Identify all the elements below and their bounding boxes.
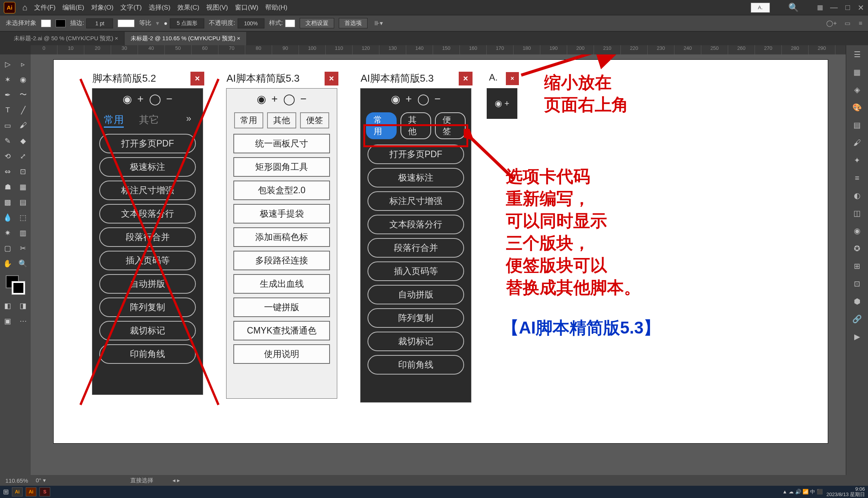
doc-setup-button[interactable]: 文档设置: [300, 18, 334, 28]
panel-collapse-icon[interactable]: ▭: [845, 20, 850, 27]
radio-unselected-icon[interactable]: ◯: [283, 93, 295, 105]
opacity-input[interactable]: [238, 18, 264, 28]
canvas[interactable]: 脚本精简版5.2 × ◉ + ◯ − 常用 其它 » 打开多页PDF极速标注标注…: [31, 54, 846, 475]
mini-panel-top-right[interactable]: A.: [751, 3, 770, 13]
artboard-tool-icon[interactable]: ▢: [0, 241, 15, 255]
tray-icons[interactable]: ▲ ☁ 🔊 📶 中 ⬛: [783, 488, 823, 495]
type-tool-icon[interactable]: T: [0, 103, 15, 117]
script-button-6[interactable]: 生成出血线: [233, 274, 330, 294]
menu-select[interactable]: 选择(S): [149, 3, 171, 12]
free-transform-icon[interactable]: ⊡: [15, 164, 31, 179]
script-button-1[interactable]: 矩形圆角工具: [233, 157, 330, 177]
fill-swatch[interactable]: [41, 20, 51, 27]
script-button-5[interactable]: 插入页码等: [368, 261, 464, 281]
rotate-view-icon[interactable]: 0° ▾: [36, 477, 46, 484]
brush-swatch[interactable]: [118, 20, 135, 27]
pen-tool-icon[interactable]: ✒: [0, 87, 15, 102]
gradient-tool-icon[interactable]: ▤: [15, 195, 31, 209]
menu-view[interactable]: 视图(V): [206, 3, 228, 12]
panel53light-tab-0[interactable]: 常用: [234, 112, 263, 128]
panel-menu-icon[interactable]: ≡: [859, 20, 862, 27]
lasso-icon[interactable]: ◉: [15, 72, 31, 87]
paintbrush-icon[interactable]: 🖌: [15, 118, 31, 133]
script-button-0[interactable]: 统一画板尺寸: [233, 134, 330, 153]
taskbar-app-2[interactable]: Ai: [26, 487, 36, 496]
script-button-9[interactable]: 使用说明: [233, 344, 330, 364]
home-icon[interactable]: ⌂: [22, 3, 27, 13]
mesh-tool-icon[interactable]: ▩: [0, 195, 15, 209]
stroke-swatch[interactable]: [56, 20, 66, 27]
script-button-4[interactable]: 段落行合并: [368, 238, 464, 258]
curvature-tool-icon[interactable]: 〜: [15, 87, 31, 102]
doc-tab-0[interactable]: 未标题-2.ai @ 50 % (CMYK/CPU 预览) ×: [8, 32, 125, 45]
transform-panel-icon[interactable]: ⊡: [851, 278, 863, 290]
menu-type[interactable]: 文字(T): [120, 3, 142, 12]
taskbar-app-1[interactable]: Ai: [12, 487, 23, 496]
scale-tool-icon[interactable]: ⤢: [15, 149, 31, 163]
zoom-level[interactable]: 110.65%: [5, 477, 28, 484]
minimize-icon[interactable]: —: [830, 3, 838, 12]
brush-shape-input[interactable]: [170, 18, 204, 28]
maximize-icon[interactable]: □: [845, 3, 850, 12]
pathfinder-icon[interactable]: ⬢: [851, 295, 863, 307]
menu-object[interactable]: 对象(O): [91, 3, 114, 12]
uniform-label[interactable]: 等比: [139, 19, 151, 27]
script-button-3[interactable]: 极速手提袋: [233, 204, 330, 224]
shaper-tool-icon[interactable]: ✎: [0, 133, 15, 148]
start-icon[interactable]: ⊞: [3, 488, 9, 496]
script-button-8[interactable]: 裁切标记: [368, 332, 464, 351]
script-button-7[interactable]: 一键拼版: [233, 297, 330, 317]
stroke-weight-input[interactable]: [86, 18, 113, 28]
script-button-2[interactable]: 标注尺寸增强: [368, 191, 464, 211]
radio-selected-icon[interactable]: ◉: [257, 93, 266, 105]
script-button-9[interactable]: 印前角线: [368, 355, 464, 375]
color-swatch[interactable]: [6, 275, 25, 294]
libraries-icon[interactable]: ▦: [851, 66, 863, 78]
panel53light-tab-1[interactable]: 其他: [267, 112, 296, 128]
taskbar-app-3[interactable]: S: [39, 487, 50, 496]
menu-window[interactable]: 窗口(W): [235, 3, 258, 12]
blend-tool-icon[interactable]: ⬚: [15, 210, 31, 225]
align-right-icon[interactable]: ◯+: [826, 20, 837, 27]
edit-toolbar-icon[interactable]: ⋯: [15, 314, 31, 328]
direct-select-tool-icon[interactable]: ▹: [15, 57, 31, 71]
color-panel-icon[interactable]: 🎨: [851, 101, 863, 113]
appearance-panel-icon[interactable]: ◉: [851, 225, 863, 237]
doc-tab-1[interactable]: 未标题-2 @ 110.65 % (CMYK/CPU 预览) ×: [125, 32, 247, 45]
slice-tool-icon[interactable]: ✂: [15, 241, 31, 255]
draw-mode-icon[interactable]: ◨: [15, 298, 31, 313]
screen-mode-icon[interactable]: ▣: [0, 314, 15, 328]
script-button-7[interactable]: 阵列复制: [368, 308, 464, 328]
mini-panel-collapsed[interactable]: A. × ◉ +: [487, 88, 517, 119]
graph-tool-icon[interactable]: ▥: [15, 225, 31, 240]
symbols-panel-icon[interactable]: ✦: [851, 154, 863, 166]
script-button-0[interactable]: 打开多页PDF: [368, 145, 464, 164]
links-panel-icon[interactable]: 🔗: [851, 313, 863, 325]
graphic-styles-icon[interactable]: ✪: [851, 242, 863, 255]
panel53dark-close-button[interactable]: ×: [459, 72, 473, 85]
radio-unselected-icon[interactable]: ◯: [417, 93, 429, 105]
align-icon[interactable]: ⊪▾: [374, 20, 383, 27]
layers-icon[interactable]: ◈: [851, 84, 863, 96]
menu-effect[interactable]: 效果(C): [177, 3, 200, 12]
line-tool-icon[interactable]: ╱: [15, 103, 31, 117]
menu-help[interactable]: 帮助(H): [265, 3, 287, 12]
script-button-6[interactable]: 自动拼版: [368, 285, 464, 304]
zoom-tool-icon[interactable]: 🔍: [15, 256, 31, 271]
script-button-4[interactable]: 添加画稿色标: [233, 227, 330, 247]
panel53light-close-button[interactable]: ×: [325, 72, 338, 85]
align-panel-icon[interactable]: ⊞: [851, 260, 863, 272]
eraser-icon[interactable]: ◆: [15, 133, 31, 148]
actions-panel-icon[interactable]: ▶: [851, 330, 863, 343]
properties-panel-icon[interactable]: ☰: [851, 48, 863, 61]
perspective-icon[interactable]: ▦: [15, 179, 31, 194]
transparency-panel-icon[interactable]: ◫: [851, 207, 863, 219]
eyedropper-icon[interactable]: 💧: [0, 210, 15, 225]
width-tool-icon[interactable]: ⇔: [0, 164, 15, 179]
script-button-2[interactable]: 包装盒型2.0: [233, 181, 330, 200]
menu-edit[interactable]: 编辑(E): [62, 3, 84, 12]
selection-tool-icon[interactable]: ▷: [0, 57, 15, 71]
script-button-1[interactable]: 极速标注: [368, 168, 464, 187]
script-button-5[interactable]: 多段路径连接: [233, 251, 330, 270]
rectangle-tool-icon[interactable]: ▭: [0, 118, 15, 133]
